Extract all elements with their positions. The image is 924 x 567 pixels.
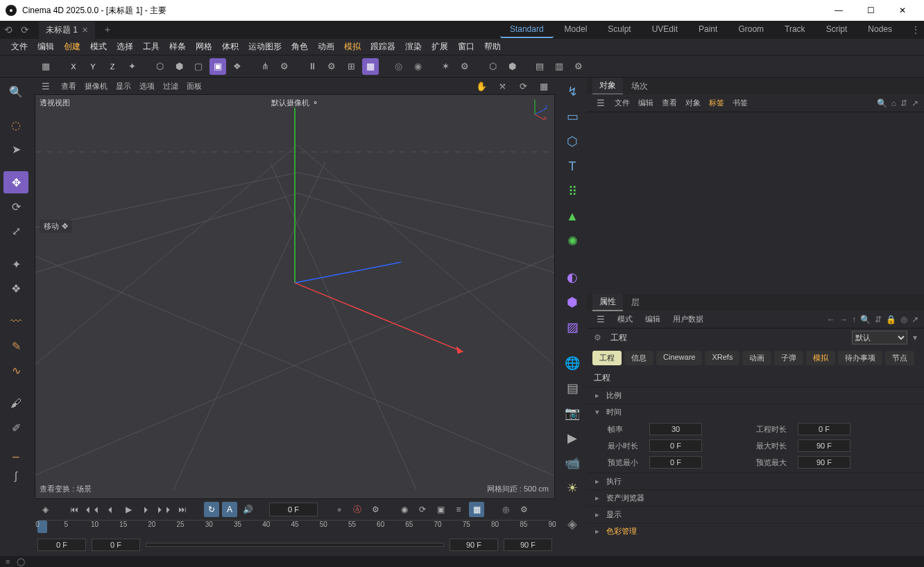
menu-16[interactable]: 窗口 bbox=[454, 40, 479, 54]
add-tab-button[interactable]: ＋ bbox=[99, 21, 116, 38]
grid-icon[interactable]: ⊞ bbox=[343, 58, 359, 75]
autokey-icon[interactable]: A bbox=[222, 502, 237, 517]
rec-disabled-icon[interactable]: ● bbox=[332, 502, 347, 517]
viewport-camera-label[interactable]: 默认摄像机 ⚬ bbox=[271, 98, 318, 108]
gear2-icon[interactable]: ⚙ bbox=[323, 58, 340, 75]
obj-home-icon[interactable]: ⌂ bbox=[891, 98, 896, 108]
time-ruler[interactable]: 051015202530354045505560657075808590 bbox=[37, 520, 552, 537]
attr-back-icon[interactable]: ← bbox=[827, 315, 835, 324]
p-rect-icon[interactable]: ▭ bbox=[561, 105, 583, 128]
p-volume-icon[interactable]: ⬢ bbox=[561, 291, 583, 313]
layout-model[interactable]: Model bbox=[555, 21, 597, 38]
field-value-1[interactable]: 0 F bbox=[798, 423, 850, 435]
vp-menu-3[interactable]: 选项 bbox=[135, 80, 159, 91]
obj-menu-icon[interactable]: ☰ bbox=[592, 95, 609, 112]
vp-menu-1[interactable]: 摄像机 bbox=[80, 80, 112, 91]
hex-outline-icon[interactable]: ⬡ bbox=[484, 58, 501, 75]
key-pla-icon[interactable]: ▦ bbox=[469, 502, 484, 517]
attr-edit[interactable]: 编辑 bbox=[641, 313, 665, 326]
tool-hex-b-icon[interactable]: ⬢ bbox=[171, 58, 187, 75]
field-value-0[interactable]: 30 bbox=[649, 423, 702, 435]
move-tool-icon[interactable]: ✥ bbox=[3, 171, 28, 193]
accordion-2[interactable]: ▸执行 bbox=[587, 473, 924, 489]
smooth-tool-icon[interactable]: ∿ bbox=[3, 359, 28, 381]
vp-layout-icon[interactable]: ▦ bbox=[536, 78, 552, 94]
hold-icon[interactable]: ⏸ bbox=[304, 58, 320, 75]
project-dd-icon[interactable]: ▾ bbox=[913, 333, 917, 342]
attr-search-icon[interactable]: 🔍 bbox=[860, 315, 871, 324]
p-text-icon[interactable]: T bbox=[561, 155, 583, 177]
p-material-icon[interactable]: ◈ bbox=[561, 513, 583, 535]
accordion-1[interactable]: ▾时间 bbox=[587, 403, 924, 420]
cursor-tool-icon[interactable]: ➤ bbox=[3, 138, 28, 160]
rec-autokey-icon[interactable]: Ⓐ bbox=[350, 502, 365, 517]
attr-tab-0[interactable]: 工程 bbox=[592, 351, 622, 365]
field-value-2[interactable]: 0 F bbox=[649, 439, 702, 452]
vp-hand-icon[interactable]: ✋ bbox=[473, 78, 490, 94]
tab-attributes[interactable]: 属性 bbox=[592, 294, 623, 311]
vp-rotate-icon[interactable]: ⟳ bbox=[515, 78, 531, 94]
layout-uvedit[interactable]: UVEdit bbox=[642, 21, 687, 38]
menu-17[interactable]: 帮助 bbox=[480, 40, 505, 54]
scale-tool-icon[interactable]: ⤢ bbox=[3, 220, 28, 242]
range-end2-field[interactable]: 90 F bbox=[504, 539, 552, 551]
attr-tab-8[interactable]: 节点 bbox=[885, 351, 914, 365]
rotate-tool-icon[interactable]: ⟳ bbox=[3, 195, 28, 218]
sketch-tool-icon[interactable]: ✐ bbox=[3, 417, 28, 439]
obj-popout-icon[interactable]: ↗ bbox=[912, 98, 918, 108]
attr-new-icon[interactable]: ◎ bbox=[900, 315, 907, 324]
next-key-icon[interactable]: ⏵⏵ bbox=[157, 502, 172, 517]
p-cam2-icon[interactable]: 📹 bbox=[561, 452, 583, 474]
attr-tab-3[interactable]: XRefs bbox=[705, 351, 739, 365]
layout-nodes[interactable]: Nodes bbox=[858, 21, 902, 38]
p-world-icon[interactable]: 🌐 bbox=[561, 352, 583, 374]
bug-icon[interactable]: ✶ bbox=[437, 58, 454, 75]
gear-icon[interactable]: ⚙ bbox=[276, 58, 293, 75]
attr-filter-icon[interactable]: ⇵ bbox=[875, 315, 882, 324]
tool-cluster-icon[interactable]: ❖ bbox=[229, 58, 246, 75]
search-icon[interactable]: 🔍 bbox=[3, 80, 28, 103]
undo-button[interactable]: ⟲ bbox=[0, 21, 17, 38]
attr-tab-5[interactable]: 子弹 bbox=[774, 351, 803, 365]
sound-icon[interactable]: 🔊 bbox=[240, 502, 255, 517]
layout-groom[interactable]: Groom bbox=[728, 21, 773, 38]
vp-move-icon[interactable]: ⤧ bbox=[494, 78, 511, 94]
vp-menu-icon[interactable]: ☰ bbox=[37, 78, 54, 94]
goto-start-icon[interactable]: ⏮ bbox=[67, 502, 82, 517]
obj-search-icon[interactable]: 🔍 bbox=[877, 98, 887, 108]
spline-tool-icon[interactable]: 〰 bbox=[3, 311, 28, 333]
attr-popout-icon[interactable]: ↗ bbox=[912, 315, 918, 324]
project-preset-select[interactable]: 默认 bbox=[852, 331, 907, 344]
edge-mode-icon[interactable]: ❖ bbox=[3, 277, 28, 299]
attr-tab-2[interactable]: Cineware bbox=[656, 351, 702, 365]
axis-gizmo[interactable]: YZX bbox=[527, 99, 547, 120]
field-value-5[interactable]: 90 F bbox=[798, 456, 850, 469]
menu-0[interactable]: 文件 bbox=[7, 40, 32, 54]
close-tab-icon[interactable]: ✕ bbox=[82, 26, 88, 35]
vp-menu-4[interactable]: 过滤 bbox=[159, 80, 182, 91]
tool-fork-icon[interactable]: ⋔ bbox=[257, 58, 273, 75]
line-tool-icon[interactable]: ⎯ bbox=[3, 441, 28, 463]
attr-lock-icon[interactable]: 🔒 bbox=[886, 315, 896, 324]
status-menu-icon[interactable]: ≡ bbox=[6, 557, 10, 566]
key-param-icon[interactable]: ≡ bbox=[451, 502, 466, 517]
menu-7[interactable]: 网格 bbox=[191, 40, 216, 54]
axis-z-button[interactable]: Z bbox=[104, 58, 121, 75]
p-light-icon[interactable]: ☀ bbox=[561, 477, 583, 499]
axis-x-button[interactable]: X bbox=[65, 58, 82, 75]
menu-6[interactable]: 样条 bbox=[165, 40, 190, 54]
attr-mode[interactable]: 模式 bbox=[613, 313, 637, 326]
gear4-icon[interactable]: ⚙ bbox=[570, 58, 587, 75]
tool-cube-icon[interactable]: ▢ bbox=[190, 58, 207, 75]
brush-tool-icon[interactable]: 🖌 bbox=[3, 392, 28, 415]
p-deform-icon[interactable]: ◐ bbox=[561, 266, 583, 288]
accordion-0[interactable]: ▸比例 bbox=[587, 387, 924, 403]
layout-icon[interactable]: ▦ bbox=[37, 58, 54, 75]
obj-filter-icon[interactable]: ⇵ bbox=[900, 98, 907, 108]
obj-menu-5[interactable]: 书签 bbox=[728, 97, 752, 108]
curve-tool-icon[interactable]: ∫ bbox=[3, 465, 28, 487]
attr-tab-4[interactable]: 动画 bbox=[742, 351, 771, 365]
menu-4[interactable]: 选择 bbox=[112, 40, 137, 54]
current-frame-field[interactable]: 0 F bbox=[269, 503, 318, 516]
layout-track[interactable]: Track bbox=[775, 21, 815, 38]
